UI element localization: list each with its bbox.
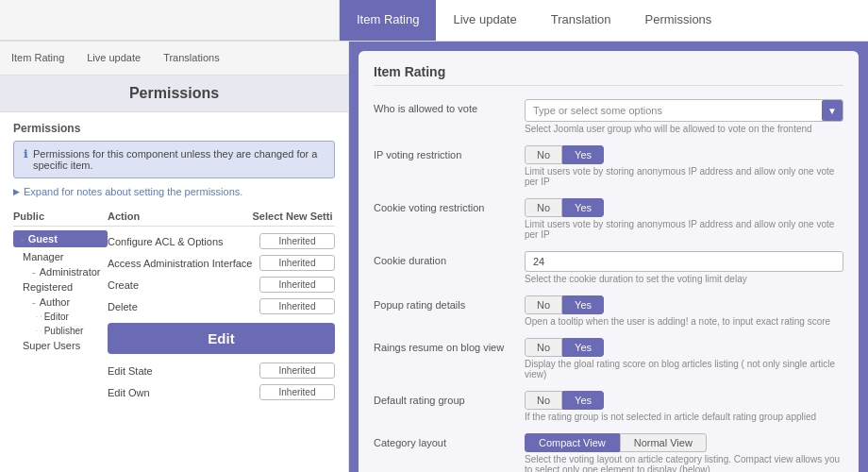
left-tab-translations[interactable]: Translations (152, 42, 231, 75)
group-author[interactable]: - Author (13, 295, 108, 310)
normal-view-btn[interactable]: Normal View (620, 433, 707, 452)
group-editor[interactable]: · · Editor (13, 310, 108, 324)
right-panel: Item Rating Who is allowed to vote Type … (349, 42, 868, 472)
default-rating-yes-btn[interactable]: Yes (562, 391, 604, 410)
inherited-edit-own[interactable]: Inherited (259, 384, 335, 400)
left-content: Permissions ℹ Permissions for this compo… (0, 112, 348, 472)
expand-link[interactable]: Expand for notes about setting the permi… (13, 186, 335, 197)
group-registered[interactable]: Registered (13, 279, 108, 295)
field-ip-restriction: IP voting restriction No Yes Limit users… (374, 145, 843, 187)
action-delete: Delete Inherited (108, 295, 335, 317)
main-layout: Item Rating Live update Translations Per… (0, 42, 868, 472)
ratings-yes-btn[interactable]: Yes (562, 338, 604, 357)
actions-column: Configure ACL & Options Inherited Access… (108, 230, 335, 403)
info-icon: ℹ (24, 148, 27, 160)
who-allowed-select[interactable]: Type or select some options ▼ (525, 99, 843, 122)
ip-no-btn[interactable]: No (525, 145, 562, 164)
field-cookie-duration: Cookie duration Select the cookie durati… (374, 251, 843, 284)
top-navigation: Item Rating Live update Translation Perm… (0, 0, 868, 42)
tab-live-update[interactable]: Live update (436, 0, 533, 41)
edit-row: Edit (108, 317, 335, 360)
left-panel: Item Rating Live update Translations Per… (0, 42, 349, 472)
tab-translation[interactable]: Translation (534, 0, 628, 41)
group-super-users[interactable]: Super Users (13, 338, 108, 353)
who-allowed-arrow: ▼ (822, 100, 843, 121)
permissions-title: Permissions (0, 76, 348, 112)
inherited-configure[interactable]: Inherited (259, 233, 335, 249)
left-tab-live-update[interactable]: Live update (75, 42, 152, 75)
category-toggle-group: Compact View Normal View (525, 433, 843, 452)
tab-item-rating[interactable]: Item Rating (340, 0, 436, 41)
inherited-create[interactable]: Inherited (259, 277, 335, 293)
group-guest[interactable]: - Guest (13, 230, 108, 247)
field-who-allowed: Who is allowed to vote Type or select so… (374, 99, 843, 134)
inherited-delete[interactable]: Inherited (259, 298, 335, 314)
popup-no-btn[interactable]: No (525, 295, 562, 314)
left-tabs: Item Rating Live update Translations (0, 42, 348, 76)
ratings-toggle-group: No Yes (525, 338, 604, 357)
action-access: Access Administration Interface Inherite… (108, 252, 335, 274)
tab-permissions[interactable]: Permissions (628, 0, 729, 41)
group-publisher[interactable]: · · Publisher (13, 324, 108, 338)
group-manager[interactable]: Manager (13, 249, 108, 264)
field-ratings-resume: Raings resume on blog view No Yes Displa… (374, 338, 843, 379)
field-default-rating: Default rating group No Yes If the ratin… (374, 391, 843, 422)
field-category-layout: Category layout Compact View Normal View… (374, 433, 843, 472)
field-cookie-restriction: Cookie voting restriction No Yes Limit u… (374, 198, 843, 240)
group-administrator[interactable]: - Administrator (13, 264, 108, 279)
info-box: ℹ Permissions for this component unless … (13, 141, 335, 178)
right-inner: Item Rating Who is allowed to vote Type … (359, 51, 859, 472)
default-rating-no-btn[interactable]: No (525, 391, 562, 410)
popup-yes-btn[interactable]: Yes (562, 295, 604, 314)
field-popup-rating: Popup rating details No Yes Open a toolt… (374, 295, 843, 327)
cookie-toggle-group: No Yes (525, 198, 604, 217)
ip-yes-btn[interactable]: Yes (562, 145, 604, 164)
action-configure: Configure ACL & Options Inherited (108, 230, 335, 252)
default-rating-toggle-group: No Yes (525, 391, 604, 410)
groups-column: - Guest Manager - Administrator Register… (13, 230, 108, 403)
cookie-yes-btn[interactable]: Yes (562, 198, 604, 217)
perm-table-header: Public Action Select New Setti (13, 207, 335, 227)
ratings-no-btn[interactable]: No (525, 338, 562, 357)
popup-toggle-group: No Yes (525, 295, 604, 314)
compact-view-btn[interactable]: Compact View (525, 433, 620, 452)
cookie-duration-input[interactable] (525, 251, 843, 272)
ip-toggle-group: No Yes (525, 145, 604, 164)
edit-button[interactable]: Edit (108, 323, 335, 354)
action-edit-state: Edit State Inherited (108, 360, 335, 381)
action-edit-own: Edit Own Inherited (108, 381, 335, 403)
cookie-no-btn[interactable]: No (525, 198, 562, 217)
section-title: Item Rating (374, 64, 843, 86)
inherited-access[interactable]: Inherited (259, 255, 335, 271)
action-create: Create Inherited (108, 274, 335, 295)
inherited-edit-state[interactable]: Inherited (259, 362, 335, 379)
left-tab-item-rating[interactable]: Item Rating (0, 42, 75, 75)
permissions-label: Permissions (13, 122, 335, 135)
